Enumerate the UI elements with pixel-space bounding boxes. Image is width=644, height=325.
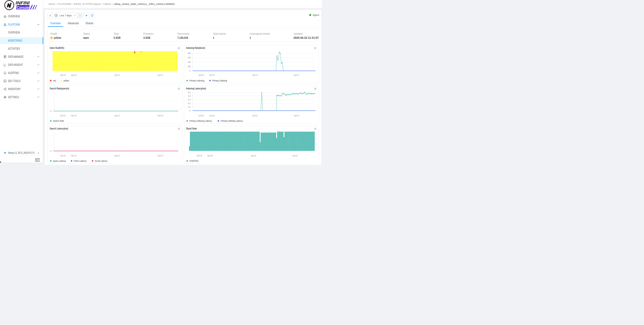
- svg-text:April 21: April 21: [114, 154, 120, 157]
- svg-text:400: 400: [188, 61, 191, 63]
- svg-text:STARTED: STARTED: [189, 160, 198, 162]
- svg-text:0.5: 0.5: [188, 91, 191, 93]
- svg-text:April 22: April 22: [292, 154, 298, 157]
- svg-text:April 20: April 20: [71, 114, 76, 117]
- svg-text:INFINI: INFINI: [16, 0, 30, 6]
- svg-text:April 19: April 19: [198, 74, 204, 76]
- svg-text:Primary Indexing Latency: Primary Indexing Latency: [189, 120, 212, 122]
- svg-text:April 21: April 21: [114, 114, 120, 117]
- svg-text:Search Rate: Search Rate: [53, 120, 64, 122]
- svg-text:April 19: April 19: [60, 114, 66, 117]
- svg-text:April 20: April 20: [207, 154, 213, 157]
- svg-text:April 20: April 20: [71, 74, 76, 76]
- svg-text:Console: Console: [17, 5, 29, 10]
- svg-text:0: 0: [190, 110, 190, 112]
- svg-text:April 22: April 22: [158, 114, 163, 117]
- svg-text:200: 200: [188, 66, 191, 68]
- svg-text:800: 800: [188, 52, 191, 54]
- svg-text:April 19: April 19: [60, 154, 66, 157]
- svg-text:0: 0: [50, 150, 51, 152]
- svg-text:April 22: April 22: [294, 74, 299, 76]
- svg-text:Primary Indexing: Primary Indexing: [189, 79, 204, 82]
- svg-text:yellow: yellow: [64, 79, 69, 82]
- svg-text:April 20: April 20: [71, 154, 76, 157]
- svg-text:Fetch Latency: Fetch Latency: [74, 160, 86, 162]
- svg-text:April 21: April 21: [114, 74, 120, 76]
- svg-text:April 22: April 22: [158, 74, 163, 76]
- svg-text:April 21: April 21: [251, 154, 256, 157]
- svg-text:0.1: 0.1: [188, 106, 191, 108]
- svg-text:April 21: April 21: [252, 74, 258, 76]
- svg-text:Query Latency: Query Latency: [53, 160, 66, 162]
- svg-text:Scroll Latency: Scroll Latency: [95, 160, 107, 162]
- svg-text:April 19: April 19: [198, 114, 204, 117]
- svg-text:April 19: April 19: [196, 154, 202, 157]
- svg-text:April 22: April 22: [158, 154, 163, 157]
- svg-text:0.3: 0.3: [188, 99, 191, 101]
- svg-text:April 20: April 20: [209, 114, 215, 117]
- svg-text:0: 0: [190, 70, 190, 72]
- svg-text:0.4: 0.4: [188, 95, 191, 97]
- svg-text:0.2: 0.2: [188, 102, 191, 104]
- svg-text:0: 0: [50, 110, 51, 112]
- svg-text:April 20: April 20: [209, 74, 215, 76]
- svg-text:Primary Deleting: Primary Deleting: [212, 79, 227, 82]
- svg-text:red: red: [53, 79, 56, 82]
- svg-text:Primary Deleting Latency: Primary Deleting Latency: [220, 120, 243, 122]
- svg-text:600: 600: [188, 56, 191, 58]
- svg-text:April 22: April 22: [294, 114, 299, 117]
- svg-text:April 21: April 21: [252, 114, 258, 117]
- svg-text:April 19: April 19: [60, 74, 66, 76]
